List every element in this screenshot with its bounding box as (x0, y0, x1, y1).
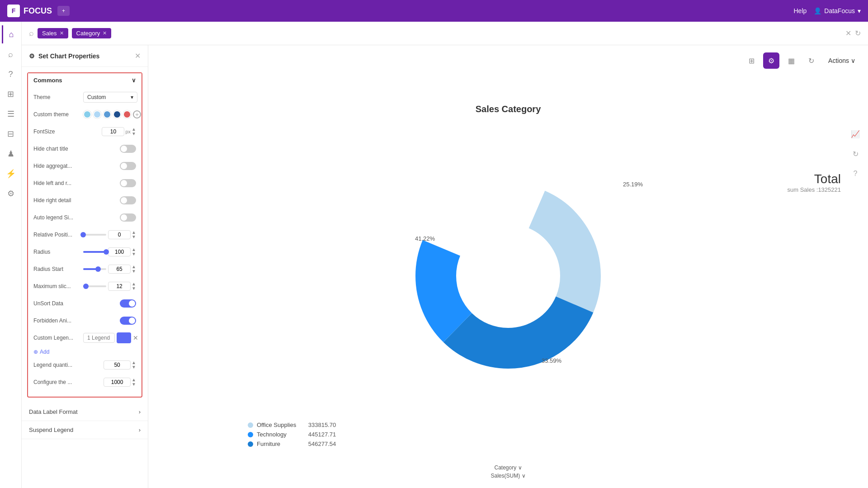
legend-remove-button[interactable]: ✕ (133, 334, 138, 341)
hide-right-detail-label: Hide right detail (33, 197, 83, 204)
radius-down[interactable]: ▼ (132, 252, 136, 256)
tag-category[interactable]: Category ✕ (72, 28, 112, 38)
radius-start-input[interactable] (108, 265, 131, 274)
toggle-knob-7 (129, 317, 135, 324)
toolbar-refresh-icon[interactable]: ↻ (803, 52, 819, 69)
hide-aggregat-toggle[interactable] (120, 162, 136, 170)
radius-start-slider-track[interactable] (83, 268, 106, 270)
legend-dot-1 (248, 432, 253, 437)
forbidden-ani-toggle-wrap (83, 317, 136, 325)
fontsize-input-wrap: px ▲ ▼ (102, 127, 136, 136)
relative-pos-input[interactable] (108, 230, 131, 239)
swatch-2[interactable] (93, 110, 101, 118)
axis-sales[interactable]: Sales(SUM) ∨ (491, 473, 525, 479)
sidebar-item-user[interactable]: ♟ (2, 145, 20, 163)
commons-header[interactable]: Commons ∨ (28, 73, 142, 87)
configure-input[interactable] (104, 378, 131, 387)
searchbar-clear-button[interactable]: ✕ (845, 29, 851, 38)
swatch-4[interactable] (113, 110, 121, 118)
user-menu[interactable]: 👤 DataFocus ▾ (814, 7, 861, 14)
panel-close-button[interactable]: ✕ (135, 52, 141, 60)
toggle-knob-4 (121, 197, 127, 204)
hide-right-detail-toggle[interactable] (120, 196, 136, 204)
forbidden-ani-toggle[interactable] (120, 317, 136, 325)
actions-button[interactable]: Actions ∨ (823, 54, 861, 67)
fontsize-input[interactable] (102, 127, 124, 136)
fontsize-unit: px (125, 129, 131, 134)
sidebar-item-search[interactable]: ⌕ (2, 45, 20, 63)
add-label: Add (40, 349, 49, 355)
fontsize-value: px ▲ ▼ (83, 127, 136, 136)
theme-dropdown[interactable]: Custom ▾ (83, 92, 137, 103)
sidebar-item-help[interactable]: ? (2, 65, 20, 83)
legend-item-1: Technology 445127.71 (248, 431, 336, 438)
theme-chevron-icon: ▾ (131, 94, 133, 100)
legend-qty-row: Legend quanti... ▲ ▼ (33, 359, 136, 371)
toolbar-grid-icon[interactable]: ▦ (783, 52, 799, 69)
legend-color-button[interactable] (117, 332, 131, 343)
max-slice-label: Maximum slic... (33, 283, 83, 289)
legend-qty-down[interactable]: ▼ (132, 365, 136, 370)
sidebar-item-home[interactable]: ⌂ (2, 25, 20, 43)
legend-add-link[interactable]: ⊕ Add (33, 349, 136, 355)
topnav-right: Help 👤 DataFocus ▾ (794, 7, 861, 14)
unsort-toggle[interactable] (120, 299, 136, 308)
max-slice-input[interactable] (108, 282, 131, 291)
relative-pos-slider-track[interactable] (83, 234, 106, 236)
fontsize-down-button[interactable]: ▼ (132, 132, 136, 136)
axis-category[interactable]: Category ∨ (494, 464, 522, 471)
sidebar-item-activity[interactable]: ⚡ (2, 165, 20, 183)
configure-label: Configure the ... (33, 379, 83, 385)
auto-legend-toggle-wrap (83, 213, 136, 222)
hide-chart-title-toggle-wrap (83, 145, 136, 153)
hide-left-row: Hide left and r... (33, 177, 136, 190)
swatch-5[interactable] (123, 110, 131, 118)
legend-qty-input[interactable] (104, 360, 131, 370)
hide-left-toggle[interactable] (120, 179, 136, 187)
max-slice-down[interactable]: ▼ (132, 286, 136, 291)
commons-label: Commons (33, 77, 62, 84)
tag-sales[interactable]: Sales ✕ (38, 28, 68, 38)
sidebar-item-list[interactable]: ⊟ (2, 125, 20, 143)
swatch-3[interactable] (103, 110, 111, 118)
radius-row: Radius ▲ (33, 246, 136, 258)
theme-label: Theme (33, 94, 83, 100)
auto-legend-toggle[interactable] (120, 213, 136, 222)
legend-input[interactable] (83, 333, 115, 343)
configure-stepper: ▲ ▼ (132, 378, 136, 387)
toolbar-settings-icon[interactable]: ⚙ (763, 52, 779, 69)
help-link[interactable]: Help (794, 7, 807, 14)
toolbar-table-icon[interactable]: ⊞ (743, 52, 760, 69)
hide-chart-title-toggle[interactable] (120, 145, 136, 153)
commons-section: Commons ∨ Theme Custom ▾ (27, 72, 142, 398)
sidebar-item-settings[interactable]: ⚙ (2, 185, 20, 203)
gear-icon: ⚙ (29, 52, 35, 60)
custom-legend-label: Custom Legen... (33, 335, 83, 341)
configure-down[interactable]: ▼ (132, 382, 136, 387)
logo-icon: F (7, 5, 20, 17)
tag-sales-close[interactable]: ✕ (60, 30, 64, 36)
chevron-right-icon: › (139, 408, 141, 415)
toggle-knob (121, 146, 127, 152)
max-slice-slider-track[interactable] (83, 285, 106, 287)
actions-label: Actions (828, 57, 849, 64)
plus-icon-2: ⊕ (33, 349, 38, 355)
relative-pos-down[interactable]: ▼ (132, 235, 136, 239)
new-tab-button[interactable]: + (57, 6, 70, 16)
data-label-format-section[interactable]: Data Label Format › (22, 403, 148, 421)
sidebar-item-layout[interactable]: ☰ (2, 105, 20, 123)
searchbar-refresh-button[interactable]: ↻ (855, 29, 861, 38)
radius-slider-track[interactable] (83, 251, 106, 253)
suspend-legend-section[interactable]: Suspend Legend › (22, 421, 148, 439)
radius-start-down[interactable]: ▼ (132, 269, 136, 274)
sidebar-item-grid[interactable]: ⊞ (2, 85, 20, 103)
radius-start-input-wrap: ▲ ▼ (108, 265, 136, 274)
tag-category-close[interactable]: ✕ (103, 30, 107, 36)
fontsize-stepper: ▲ ▼ (132, 127, 136, 136)
total-panel: Total sum Sales :1325221 (787, 172, 841, 193)
swatch-add-button[interactable]: + (133, 110, 141, 118)
swatch-1[interactable] (83, 110, 91, 118)
panel-title: ⚙ Set Chart Properties (29, 52, 99, 60)
radius-input[interactable] (108, 247, 131, 256)
content-split: ⚙ Set Chart Properties ✕ Commons ∨ Theme (22, 45, 868, 488)
